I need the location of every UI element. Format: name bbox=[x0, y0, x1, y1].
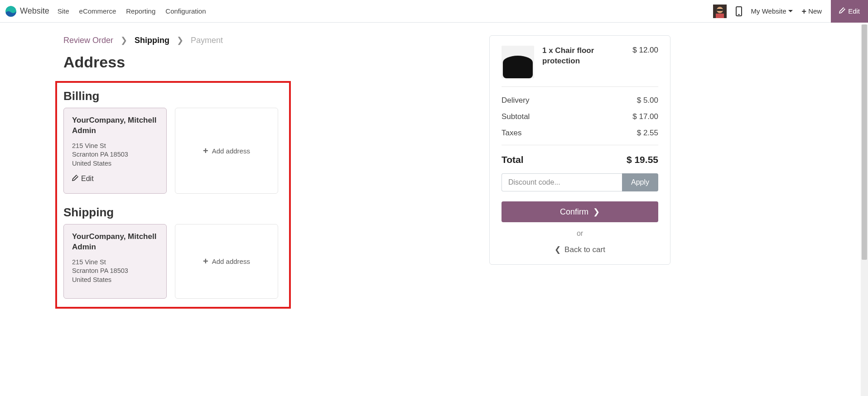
edit-label: Edit bbox=[848, 7, 860, 15]
chevron-down-icon bbox=[788, 10, 793, 12]
shipping-line1: 215 Vine St bbox=[72, 258, 158, 267]
billing-edit-link[interactable]: Edit bbox=[72, 175, 158, 183]
chevron-right-icon: ❯ bbox=[593, 207, 600, 217]
shipping-address-card[interactable]: YourCompany, Mitchell Admin 215 Vine St … bbox=[63, 224, 167, 299]
shipping-block: Shipping YourCompany, Mitchell Admin 215… bbox=[63, 205, 283, 299]
billing-add-label: Add address bbox=[212, 147, 250, 155]
back-label: Back to cart bbox=[564, 245, 605, 254]
address-highlight-box: Billing YourCompany, Mitchell Admin 215 … bbox=[55, 81, 291, 309]
billing-address-card[interactable]: YourCompany, Mitchell Admin 215 Vine St … bbox=[63, 108, 167, 194]
shipping-add-label: Add address bbox=[212, 258, 250, 265]
summary-column: 1 x Chair floor protection $ 12.00 Deliv… bbox=[489, 35, 670, 309]
new-label: New bbox=[808, 7, 822, 15]
breadcrumb: Review Order ❯ Shipping ❯ Payment bbox=[63, 35, 471, 45]
pencil-icon bbox=[839, 7, 845, 15]
main-menu: Site eCommerce Reporting Configuration bbox=[58, 7, 206, 15]
shipping-line3: United States bbox=[72, 276, 158, 285]
breadcrumb-payment: Payment bbox=[191, 36, 223, 45]
scrollbar[interactable] bbox=[861, 24, 868, 327]
chevron-right-icon: ❯ bbox=[177, 35, 183, 45]
breadcrumb-review-order[interactable]: Review Order bbox=[63, 36, 113, 45]
mobile-icon bbox=[736, 6, 742, 16]
summary-total-row: Total $ 19.55 bbox=[502, 145, 658, 173]
edit-button[interactable]: Edit bbox=[831, 0, 868, 23]
svg-rect-3 bbox=[717, 9, 723, 11]
menu-reporting[interactable]: Reporting bbox=[126, 7, 155, 15]
page-body: Review Order ❯ Shipping ❯ Payment Addres… bbox=[0, 23, 868, 327]
subtotal-value: $ 17.00 bbox=[632, 112, 658, 121]
nav-right: My Website + New Edit bbox=[713, 0, 863, 23]
billing-line2: Scranton PA 18503 bbox=[72, 150, 158, 159]
delivery-value: $ 5.00 bbox=[637, 96, 658, 105]
summary-line-item: 1 x Chair floor protection $ 12.00 bbox=[502, 46, 658, 87]
menu-site[interactable]: Site bbox=[58, 7, 69, 15]
billing-address-name: YourCompany, Mitchell Admin bbox=[72, 115, 158, 136]
shipping-line2: Scranton PA 18503 bbox=[72, 267, 158, 276]
page-title: Address bbox=[63, 53, 471, 71]
pencil-icon bbox=[72, 175, 78, 183]
subtotal-label: Subtotal bbox=[502, 112, 530, 121]
total-label: Total bbox=[502, 154, 524, 165]
chevron-left-icon: ❮ bbox=[555, 245, 561, 254]
plus-icon: + bbox=[203, 146, 208, 156]
summary-delivery-row: Delivery $ 5.00 bbox=[502, 92, 658, 109]
top-nav: Website Site eCommerce Reporting Configu… bbox=[0, 0, 868, 23]
discount-code-input[interactable] bbox=[502, 173, 622, 191]
shipping-address-name: YourCompany, Mitchell Admin bbox=[72, 232, 158, 253]
summary-subtotal-row: Subtotal $ 17.00 bbox=[502, 109, 658, 125]
scrollbar-thumb[interactable] bbox=[862, 24, 867, 260]
my-website-label: My Website bbox=[751, 7, 786, 15]
mobile-preview-button[interactable] bbox=[736, 6, 742, 16]
billing-edit-label: Edit bbox=[81, 175, 94, 183]
billing-line3: United States bbox=[72, 159, 158, 168]
or-separator: or bbox=[502, 229, 658, 238]
delivery-label: Delivery bbox=[502, 96, 529, 105]
confirm-label: Confirm bbox=[560, 207, 588, 217]
billing-line1: 215 Vine St bbox=[72, 142, 158, 151]
shipping-address-lines: 215 Vine St Scranton PA 18503 United Sta… bbox=[72, 258, 158, 285]
billing-address-lines: 215 Vine St Scranton PA 18503 United Sta… bbox=[72, 142, 158, 168]
summary-item-price: $ 12.00 bbox=[632, 46, 658, 55]
main-column: Review Order ❯ Shipping ❯ Payment Addres… bbox=[63, 35, 471, 309]
svg-rect-4 bbox=[716, 14, 724, 18]
summary-taxes-row: Taxes $ 2.55 bbox=[502, 125, 658, 141]
product-thumbnail bbox=[502, 46, 534, 78]
user-avatar[interactable] bbox=[713, 5, 727, 18]
taxes-label: Taxes bbox=[502, 129, 521, 138]
discount-row: Apply bbox=[502, 173, 658, 191]
total-value: $ 19.55 bbox=[627, 154, 658, 165]
apply-discount-button[interactable]: Apply bbox=[622, 173, 658, 191]
my-website-dropdown[interactable]: My Website bbox=[751, 7, 793, 15]
summary-item-title: 1 x Chair floor protection bbox=[542, 46, 624, 67]
plus-icon: + bbox=[802, 7, 807, 15]
brand-logo-icon bbox=[5, 6, 16, 17]
order-summary: 1 x Chair floor protection $ 12.00 Deliv… bbox=[489, 35, 670, 265]
billing-heading: Billing bbox=[63, 89, 283, 103]
breadcrumb-shipping: Shipping bbox=[135, 36, 169, 45]
shipping-heading: Shipping bbox=[63, 205, 283, 219]
confirm-button[interactable]: Confirm ❯ bbox=[502, 201, 658, 222]
summary-subtotals: Delivery $ 5.00 Subtotal $ 17.00 Taxes $… bbox=[502, 87, 658, 145]
shipping-add-address-button[interactable]: + Add address bbox=[175, 224, 278, 299]
taxes-value: $ 2.55 bbox=[637, 129, 658, 138]
menu-ecommerce[interactable]: eCommerce bbox=[79, 7, 116, 15]
back-to-cart-link[interactable]: ❮ Back to cart bbox=[502, 245, 658, 254]
plus-icon: + bbox=[203, 256, 208, 267]
billing-card-row: YourCompany, Mitchell Admin 215 Vine St … bbox=[63, 108, 283, 194]
shipping-card-row: YourCompany, Mitchell Admin 215 Vine St … bbox=[63, 224, 283, 299]
chevron-right-icon: ❯ bbox=[121, 35, 127, 45]
menu-configuration[interactable]: Configuration bbox=[165, 7, 206, 15]
billing-add-address-button[interactable]: + Add address bbox=[175, 108, 278, 194]
brand-title: Website bbox=[20, 6, 49, 16]
new-button[interactable]: + New bbox=[802, 7, 822, 15]
brand[interactable]: Website bbox=[5, 6, 49, 17]
